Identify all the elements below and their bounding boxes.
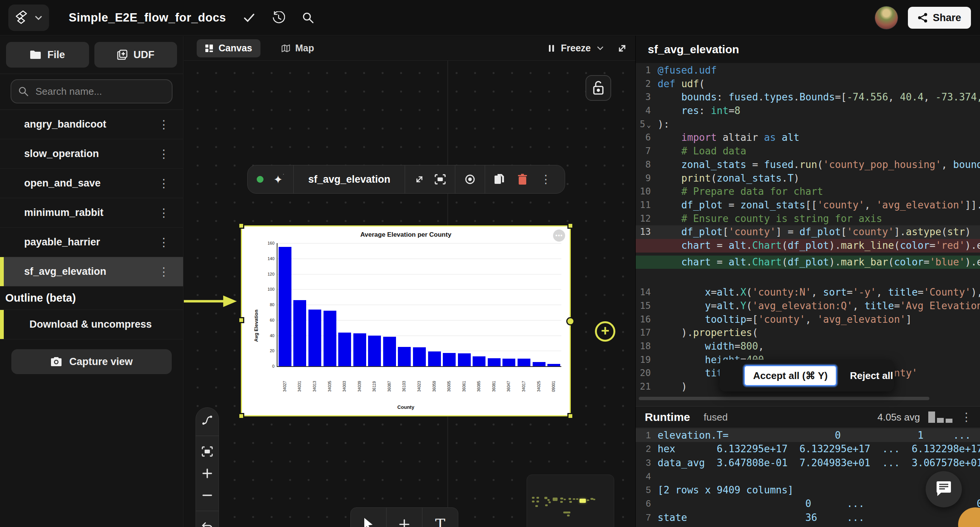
user-avatar[interactable] bbox=[875, 6, 898, 29]
fused-logo-icon bbox=[15, 10, 31, 25]
y-tick-label: 0 bbox=[272, 364, 274, 368]
item-label: sf_avg_elevation bbox=[24, 266, 107, 277]
item-menu-icon[interactable]: ⋮ bbox=[158, 119, 170, 130]
add-node-button[interactable]: + bbox=[595, 321, 615, 342]
code-editor[interactable]: 1@fused.udf2def udf(3 bounds: fused.type… bbox=[636, 63, 980, 394]
resize-handle[interactable] bbox=[238, 317, 244, 323]
accept-all-button[interactable]: Accept all (⌘ Y) bbox=[744, 365, 837, 386]
runtime-menu-icon[interactable]: ⋮ bbox=[961, 411, 972, 423]
zoom-out-icon[interactable] bbox=[201, 489, 214, 502]
search-icon bbox=[18, 86, 29, 97]
bar-36047 bbox=[503, 359, 515, 366]
search-input[interactable] bbox=[11, 79, 172, 103]
connector-icon[interactable] bbox=[201, 414, 214, 427]
canvas-surface[interactable]: ✦˙ sf_avg_elevation bbox=[184, 61, 635, 527]
sidebar-item-payable-harrier[interactable]: payable_harrier⋮ bbox=[0, 228, 183, 257]
minimap-node bbox=[593, 499, 595, 500]
capture-view-button[interactable]: Capture view bbox=[11, 349, 172, 374]
sidebar-item-open-and-save[interactable]: open_and_save⋮ bbox=[0, 169, 183, 198]
sidebar-item-slow-operation[interactable]: slow_operation⋮ bbox=[0, 139, 183, 169]
runtime-title: Runtime bbox=[645, 411, 690, 424]
bar-36103 bbox=[398, 347, 411, 366]
node-title[interactable]: sf_avg_elevation bbox=[294, 174, 405, 185]
chart-options-icon[interactable]: ••• bbox=[553, 229, 565, 242]
udf-label: UDF bbox=[134, 49, 155, 61]
resize-handle[interactable] bbox=[567, 413, 573, 419]
y-tick-label: 100 bbox=[268, 287, 274, 291]
minimap-node bbox=[573, 498, 575, 500]
canvas-grid-icon bbox=[205, 44, 213, 53]
bar-34023 bbox=[413, 347, 426, 366]
sidebar-item-sf-avg-elevation[interactable]: sf_avg_elevation⋮ bbox=[0, 257, 183, 287]
item-menu-icon[interactable]: ⋮ bbox=[158, 266, 170, 277]
runtime-console[interactable]: 1elevation.T= 0 1 ...2hex 6.132295e+17 6… bbox=[636, 428, 980, 527]
item-label: slow_operation bbox=[24, 148, 99, 160]
resize-handle[interactable] bbox=[238, 413, 244, 419]
minimap-node bbox=[568, 498, 571, 500]
diff-action-popup: Accept all (⌘ Y) Reject all bbox=[719, 360, 894, 392]
item-menu-icon[interactable]: ⋮ bbox=[158, 237, 170, 248]
tab-canvas[interactable]: Canvas bbox=[197, 39, 261, 57]
text-tool[interactable]: T bbox=[422, 508, 458, 527]
minimap-node bbox=[587, 500, 589, 501]
outline-header: Outline (beta) bbox=[0, 287, 183, 310]
chart-node[interactable]: Average Elevation per County ••• Avg Ele… bbox=[241, 225, 571, 416]
node-menu-icon[interactable]: ⋮ bbox=[540, 174, 552, 185]
view-icon[interactable] bbox=[465, 174, 476, 185]
expand-node-icon[interactable] bbox=[414, 174, 425, 185]
search-icon[interactable] bbox=[302, 11, 315, 24]
output-port[interactable] bbox=[566, 317, 574, 325]
delete-icon[interactable] bbox=[517, 174, 527, 185]
chat-button[interactable] bbox=[926, 471, 962, 507]
focus-frame-icon[interactable] bbox=[434, 174, 446, 185]
history-icon[interactable] bbox=[272, 11, 285, 24]
share-button[interactable]: Share bbox=[908, 7, 971, 29]
bar-36059 bbox=[428, 352, 441, 366]
minimap[interactable] bbox=[527, 474, 614, 527]
x-tick-label: 36103 bbox=[402, 368, 406, 392]
reject-all-button[interactable]: Reject all bbox=[850, 370, 893, 382]
udf-button[interactable]: UDF bbox=[94, 42, 177, 68]
bar-34035 bbox=[323, 311, 336, 366]
sidebar-item-minimum-rabbit[interactable]: minimum_rabbit⋮ bbox=[0, 198, 183, 228]
ai-sparkle-icon[interactable]: ✦˙ bbox=[273, 173, 284, 186]
bar-34031 bbox=[293, 300, 306, 366]
item-label: minimum_rabbit bbox=[24, 207, 103, 218]
console-line: 1elevation.T= 0 1 ... bbox=[636, 428, 980, 442]
sidebar-item-angry-bandicoot[interactable]: angry_bandicoot⋮ bbox=[0, 110, 183, 139]
file-button[interactable]: File bbox=[6, 42, 89, 68]
x-tick-label: 34031 bbox=[297, 368, 302, 392]
resize-handle[interactable] bbox=[238, 223, 244, 229]
sidebar: File UDF angry_bandicoot⋮slow_operation⋮… bbox=[0, 36, 183, 527]
minimap-node bbox=[532, 501, 535, 503]
accent-bar bbox=[0, 257, 4, 286]
accent-bar bbox=[0, 139, 4, 168]
resize-handle[interactable] bbox=[567, 223, 573, 229]
zoom-in-icon[interactable] bbox=[201, 467, 214, 480]
undo-icon[interactable] bbox=[201, 520, 214, 527]
minimap-node bbox=[547, 499, 550, 501]
item-label: Download & uncompress bbox=[29, 318, 152, 330]
sidebar-item-download-uncompress[interactable]: Download & uncompress bbox=[0, 310, 183, 339]
minimap-node bbox=[560, 501, 563, 503]
expand-canvas-icon[interactable] bbox=[616, 43, 628, 54]
fit-view-icon[interactable] bbox=[201, 445, 214, 458]
item-menu-icon[interactable]: ⋮ bbox=[158, 148, 170, 160]
duplicate-icon[interactable] bbox=[494, 174, 505, 185]
code-panel: sf_avg_elevation 1@fused.udf2def udf(3 b… bbox=[635, 36, 980, 527]
lock-button[interactable] bbox=[585, 75, 611, 101]
x-tick-label: 09001 bbox=[551, 368, 556, 392]
item-menu-icon[interactable]: ⋮ bbox=[158, 207, 170, 218]
horizontal-scrollbar[interactable] bbox=[639, 397, 929, 400]
console-line: 3data_avg 3.647808e-01 7.204983e+01 ... … bbox=[636, 456, 980, 470]
minimap-node bbox=[532, 497, 535, 499]
item-menu-icon[interactable]: ⋮ bbox=[158, 178, 170, 189]
add-tool[interactable] bbox=[387, 508, 422, 527]
app-logo-menu[interactable] bbox=[8, 5, 49, 31]
editor-title: sf_avg_elevation bbox=[636, 36, 980, 63]
canvas-bottom-toolbar: T bbox=[350, 507, 458, 527]
select-tool[interactable] bbox=[351, 508, 387, 527]
top-bar: Simple_E2E_flow_for_docs Share bbox=[0, 0, 980, 35]
freeze-dropdown[interactable]: Freeze bbox=[548, 43, 604, 54]
tab-map[interactable]: Map bbox=[273, 39, 322, 57]
